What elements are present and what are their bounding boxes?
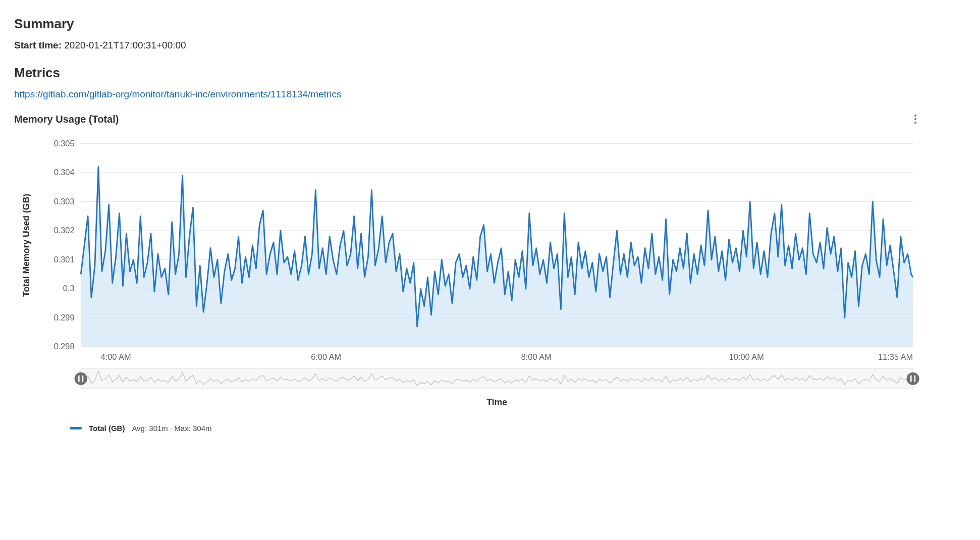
legend-series-stats: Avg: 301m · Max: 304m bbox=[132, 424, 211, 433]
chart-title: Memory Usage (Total) bbox=[14, 114, 119, 125]
chart-actions-menu-button[interactable] bbox=[908, 112, 922, 126]
svg-point-26 bbox=[907, 372, 919, 385]
svg-point-23 bbox=[75, 372, 87, 385]
svg-text:0.304: 0.304 bbox=[54, 168, 75, 177]
svg-rect-24 bbox=[78, 375, 80, 382]
svg-text:0.298: 0.298 bbox=[54, 342, 75, 351]
svg-text:Time: Time bbox=[486, 397, 507, 407]
svg-text:4:00 AM: 4:00 AM bbox=[101, 352, 131, 361]
legend-series-name: Total (GB) bbox=[89, 424, 125, 433]
svg-text:0.303: 0.303 bbox=[54, 197, 75, 206]
kebab-dot-icon bbox=[914, 122, 916, 124]
svg-rect-27 bbox=[910, 375, 912, 382]
metrics-url-link[interactable]: https://gitlab.com/gitlab-org/monitor/ta… bbox=[14, 89, 341, 99]
summary-heading: Summary bbox=[14, 16, 922, 32]
svg-text:10:00 AM: 10:00 AM bbox=[729, 352, 764, 361]
chart-container: 0.2980.2990.30.3010.3020.3030.3040.3054:… bbox=[14, 137, 922, 417]
start-time-value: 2020-01-21T17:00:31+00:00 bbox=[64, 40, 186, 50]
start-time-row: Start time: 2020-01-21T17:00:31+00:00 bbox=[14, 40, 922, 51]
svg-text:0.3: 0.3 bbox=[63, 284, 75, 293]
svg-rect-28 bbox=[914, 375, 916, 382]
memory-usage-chart[interactable]: 0.2980.2990.30.3010.3020.3030.3040.3054:… bbox=[14, 137, 922, 417]
svg-text:0.305: 0.305 bbox=[54, 139, 75, 148]
svg-text:0.302: 0.302 bbox=[54, 226, 75, 235]
kebab-dot-icon bbox=[914, 115, 916, 117]
svg-rect-25 bbox=[82, 375, 84, 382]
svg-text:Total Memory Used (GB): Total Memory Used (GB) bbox=[21, 194, 31, 297]
svg-text:6:00 AM: 6:00 AM bbox=[311, 352, 341, 361]
metrics-heading: Metrics bbox=[14, 65, 922, 81]
svg-text:8:00 AM: 8:00 AM bbox=[521, 352, 552, 361]
brush-handle[interactable] bbox=[75, 372, 87, 385]
svg-text:11:35 AM: 11:35 AM bbox=[878, 352, 913, 361]
svg-text:0.299: 0.299 bbox=[54, 313, 75, 322]
svg-text:0.301: 0.301 bbox=[54, 255, 75, 264]
start-time-label: Start time: bbox=[14, 40, 62, 50]
brush-handle[interactable] bbox=[907, 372, 919, 385]
legend-swatch bbox=[70, 427, 82, 429]
kebab-dot-icon bbox=[914, 118, 916, 120]
